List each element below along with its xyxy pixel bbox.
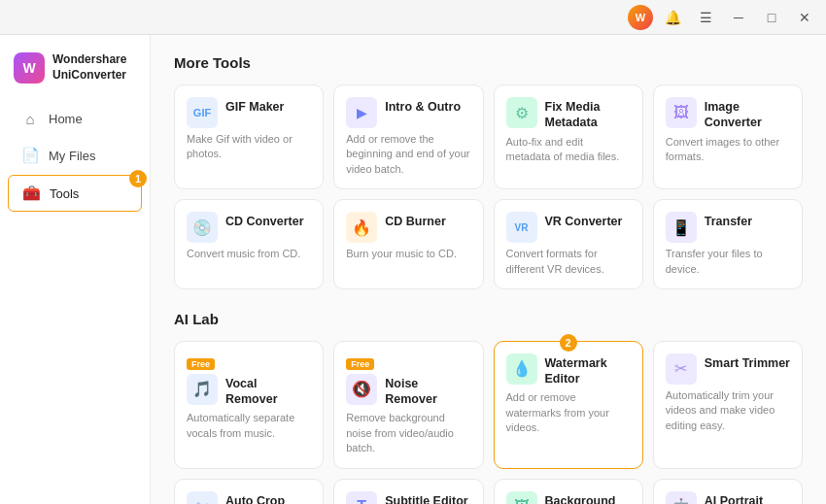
tool-card-subtitle-editor-header: T Subtitle Editor [346,491,470,504]
tool-card-background-remover-header: 🖼 Background Remo... [506,491,631,504]
profile-icon[interactable]: W [628,5,653,30]
vr-converter-icon: VR [506,212,537,243]
titlebar: W 🔔 ☰ ─ □ ✕ [0,0,826,35]
transfer-desc: Transfer your files to device. [666,247,790,277]
auto-crop-icon: ✂ [187,491,218,504]
vocal-remover-name: Vocal Remover [225,376,311,408]
tool-card-watermark-editor[interactable]: 2 💧 Watermark Editor Add or remove water… [494,341,643,469]
ai-portrait-icon: 🤖 [666,491,697,504]
sidebar-logo: W WondershareUniConverter [0,43,150,101]
tool-card-vocal-remover-header: 🎵 Vocal Remover [187,374,311,408]
vr-converter-name: VR Converter [545,214,623,229]
noise-remover-icon: 🔇 [346,374,377,405]
transfer-icon: 📱 [666,212,697,243]
watermark-editor-badge: 2 [560,334,577,352]
sidebar-item-home-label: Home [49,112,83,126]
logo-icon: W [14,52,45,84]
sidebar-item-my-files[interactable]: 📄 My Files [8,138,142,173]
tool-card-noise-remover[interactable]: Free 🔇 Noise Remover Remove background n… [333,341,483,469]
cd-burner-desc: Burn your music to CD. [346,247,470,261]
tool-card-auto-crop[interactable]: ✂ Auto Crop Automatically resize videos … [174,479,324,504]
sidebar-item-tools[interactable]: 🧰 Tools 1 [8,175,142,212]
sidebar-item-tools-label: Tools [50,186,79,201]
ai-lab-grid: Free 🎵 Vocal Remover Automatically separ… [174,341,803,504]
fix-media-metadata-name: Fix Media Metadata [545,99,631,131]
auto-crop-name: Auto Crop [225,493,285,504]
menu-icon[interactable]: ☰ [692,4,719,31]
tool-card-gif-maker[interactable]: GIF GIF Maker Make Gif with video or pho… [174,84,324,189]
main-content: More Tools GIF GIF Maker Make Gif with v… [151,35,826,504]
ai-lab-title: AI Lab [174,311,803,327]
noise-remover-name: Noise Remover [385,376,470,408]
more-tools-grid: GIF GIF Maker Make Gif with video or pho… [174,84,803,289]
bell-icon[interactable]: 🔔 [659,4,686,31]
tool-card-subtitle-editor[interactable]: T Subtitle Editor A powerful subtitle ed… [333,479,483,504]
my-files-icon: 📄 [21,147,39,164]
close-button[interactable]: ✕ [791,4,818,31]
gif-maker-icon: GIF [187,97,218,128]
tool-card-watermark-editor-header: 💧 Watermark Editor [506,353,631,387]
intro-outro-desc: Add or remove the beginning and end of y… [346,132,470,177]
vocal-remover-desc: Automatically separate vocals from music… [187,411,311,441]
watermark-editor-name: Watermark Editor [545,355,631,387]
cd-converter-name: CD Converter [225,214,304,229]
maximize-button[interactable]: □ [758,4,785,31]
app-body: W WondershareUniConverter ⌂ Home 📄 My Fi… [0,35,826,504]
more-tools-title: More Tools [174,54,803,71]
tool-card-cd-burner-header: 🔥 CD Burner [346,212,470,243]
vocal-remover-icon: 🎵 [187,374,218,405]
sidebar: W WondershareUniConverter ⌂ Home 📄 My Fi… [0,35,151,504]
tool-card-smart-trimmer[interactable]: ✂ Smart Trimmer Automatically trim your … [653,341,803,469]
intro-outro-name: Intro & Outro [385,99,461,115]
tools-icon: 🧰 [22,185,40,202]
tool-card-auto-crop-header: ✂ Auto Crop [187,491,311,504]
fix-media-metadata-desc: Auto-fix and edit metadata of media file… [506,135,631,165]
tool-card-fix-media-metadata-header: ⚙ Fix Media Metadata [506,97,631,131]
tool-card-ai-portrait[interactable]: 🤖 AI Portrait Change video background wi… [653,479,803,504]
smart-trimmer-desc: Automatically trim your videos and make … [666,388,790,433]
image-converter-name: Image Converter [705,99,790,131]
tool-card-intro-outro-header: ▶ Intro & Outro [346,97,470,128]
tool-card-image-converter[interactable]: 🖼 Image Converter Convert images to othe… [653,84,803,189]
tool-card-vr-converter-header: VR VR Converter [506,212,631,243]
smart-trimmer-name: Smart Trimmer [705,355,790,371]
tool-card-vr-converter[interactable]: VR VR Converter Convert formats for diff… [494,199,643,289]
minimize-button[interactable]: ─ [725,4,752,31]
gif-maker-desc: Make Gif with video or photos. [187,132,311,162]
background-remover-icon: 🖼 [506,491,537,504]
tool-card-transfer-header: 📱 Transfer [666,212,790,243]
gif-maker-name: GIF Maker [225,99,284,115]
tool-card-smart-trimmer-header: ✂ Smart Trimmer [666,353,790,385]
tool-card-fix-media-metadata[interactable]: ⚙ Fix Media Metadata Auto-fix and edit m… [494,84,643,189]
vr-converter-desc: Convert formats for different VR devices… [506,247,631,277]
cd-converter-desc: Convert music from CD. [187,247,311,261]
noise-remover-desc: Remove background noise from video/audio… [346,411,470,455]
vocal-remover-free-badge: Free [187,358,215,370]
cd-burner-icon: 🔥 [346,212,377,243]
smart-trimmer-icon: ✂ [666,353,697,385]
tool-card-intro-outro[interactable]: ▶ Intro & Outro Add or remove the beginn… [333,84,483,189]
cd-converter-icon: 💿 [187,212,218,243]
tool-card-ai-portrait-header: 🤖 AI Portrait [666,491,790,504]
image-converter-desc: Convert images to other formats. [666,135,790,165]
fix-media-metadata-icon: ⚙ [506,97,537,128]
intro-outro-icon: ▶ [346,97,377,128]
tool-card-cd-burner[interactable]: 🔥 CD Burner Burn your music to CD. [333,199,483,289]
titlebar-icons: W 🔔 ☰ ─ □ ✕ [628,4,818,31]
cd-burner-name: CD Burner [385,214,446,229]
ai-portrait-name: AI Portrait [705,493,763,504]
tool-card-transfer[interactable]: 📱 Transfer Transfer your files to device… [653,199,803,289]
sidebar-item-home[interactable]: ⌂ Home [8,102,142,136]
tool-card-image-converter-header: 🖼 Image Converter [666,97,790,131]
subtitle-editor-icon: T [346,491,377,504]
tool-card-cd-converter[interactable]: 💿 CD Converter Convert music from CD. [174,199,324,289]
tool-card-gif-maker-header: GIF GIF Maker [187,97,311,128]
transfer-name: Transfer [705,214,752,229]
watermark-editor-icon: 💧 [506,353,537,385]
background-remover-name: Background Remo... [545,493,631,504]
tool-card-vocal-remover[interactable]: Free 🎵 Vocal Remover Automatically separ… [174,341,324,469]
subtitle-editor-name: Subtitle Editor [385,493,467,504]
sidebar-item-my-files-label: My Files [49,149,95,163]
tool-card-noise-remover-header: 🔇 Noise Remover [346,374,470,408]
tool-card-background-remover[interactable]: 🖼 Background Remo... Automatically remov… [494,479,643,504]
